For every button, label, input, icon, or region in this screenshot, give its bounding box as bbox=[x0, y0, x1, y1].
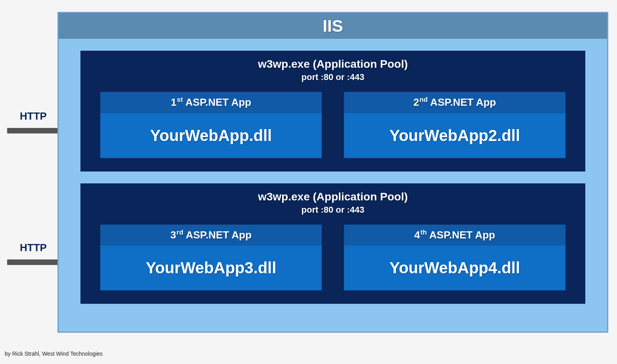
http-label-2: HTTP bbox=[20, 242, 47, 254]
pool-1-subtitle: port :80 or :443 bbox=[100, 72, 565, 82]
app-pool-1: w3wp.exe (Application Pool) port :80 or … bbox=[80, 51, 585, 172]
pools-wrapper: w3wp.exe (Application Pool) port :80 or … bbox=[59, 39, 607, 312]
credit-text: by Rick Strahl, West Wind Technologies bbox=[5, 351, 103, 357]
app-3: 3rd ASP.NET App YourWebApp3.dll bbox=[100, 225, 322, 291]
pool-2-subtitle: port :80 or :443 bbox=[100, 205, 565, 215]
iis-container: IIS w3wp.exe (Application Pool) port :80… bbox=[57, 12, 608, 333]
iis-title: IIS bbox=[59, 13, 607, 39]
app-3-dll: YourWebApp3.dll bbox=[100, 246, 322, 290]
app-2-header: 2nd ASP.NET App bbox=[344, 92, 565, 113]
app-1-header: 1st ASP.NET App bbox=[100, 92, 322, 113]
pool-1-title: w3wp.exe (Application Pool) bbox=[100, 58, 565, 71]
app-4: 4th ASP.NET App YourWebApp4.dll bbox=[344, 225, 565, 291]
app-1: 1st ASP.NET App YourWebApp.dll bbox=[100, 92, 322, 158]
app-3-header: 3rd ASP.NET App bbox=[100, 225, 322, 246]
app-pool-2: w3wp.exe (Application Pool) port :80 or … bbox=[80, 183, 585, 304]
pool-2-title: w3wp.exe (Application Pool) bbox=[100, 191, 565, 203]
app-2-dll: YourWebApp2.dll bbox=[344, 113, 565, 158]
app-1-dll: YourWebApp.dll bbox=[100, 113, 322, 158]
app-2: 2nd ASP.NET App YourWebApp2.dll bbox=[344, 92, 565, 158]
app-4-header: 4th ASP.NET App bbox=[344, 225, 565, 246]
app-4-dll: YourWebApp4.dll bbox=[344, 246, 565, 290]
http-label-1: HTTP bbox=[20, 110, 47, 122]
